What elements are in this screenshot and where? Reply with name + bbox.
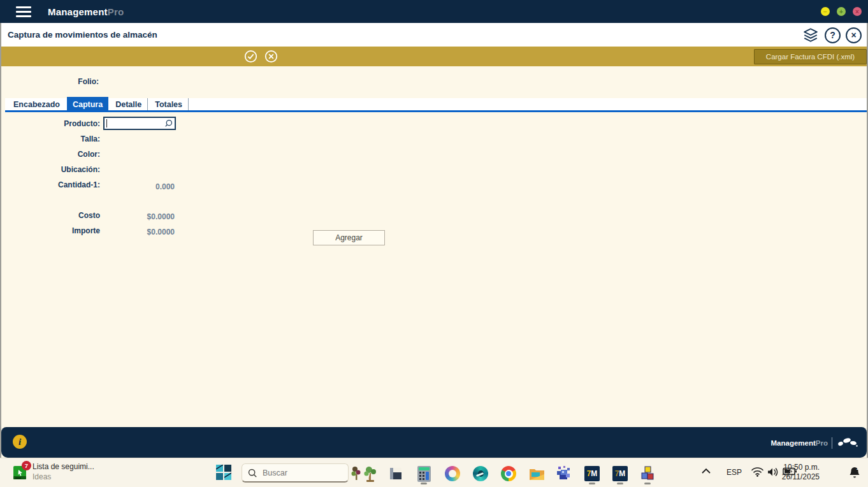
maximize-button[interactable]: + (837, 7, 846, 16)
producto-label: Producto: (1, 119, 100, 128)
color-label: Color: (1, 150, 100, 159)
footer-logo: ManagementPro (771, 435, 858, 451)
search-icon[interactable] (163, 119, 173, 129)
main-content: Folio: Encabezado Captura Detalle Totale… (1, 66, 867, 427)
tab-bar: Encabezado Captura Detalle Totales (5, 98, 867, 112)
tray-date: 26/11/2025 (782, 472, 820, 482)
bell-snooze-icon[interactable]: z (848, 465, 861, 481)
cubes-app-icon[interactable] (638, 463, 657, 484)
page-title: Captura de movimientos de almacén (8, 30, 157, 40)
bonsai-plants-icon[interactable] (349, 463, 379, 484)
calculator-icon[interactable] (414, 463, 433, 484)
app-footer: i ManagementPro (1, 427, 867, 458)
tracking-widget-title: Lista de seguimi... (33, 462, 94, 471)
close-window-icon[interactable]: × (846, 27, 862, 43)
help-icon[interactable]: ? (825, 27, 841, 43)
window-controls: − + × (821, 7, 862, 16)
layers-icon[interactable] (802, 27, 820, 43)
confirm-check-icon[interactable] (244, 50, 257, 63)
costo-value: $0.0000 (103, 212, 175, 221)
wifi-icon[interactable] (751, 467, 764, 479)
folder-icon[interactable] (527, 463, 546, 484)
agregar-button[interactable]: Agregar (313, 230, 385, 245)
notification-badge: 7 (22, 461, 31, 470)
start-button[interactable] (216, 465, 231, 480)
tracking-widget[interactable]: Lista de seguimi... Ideas (33, 462, 94, 481)
footer-logo-text: ManagementPro (771, 439, 828, 447)
search-icon (247, 468, 257, 478)
tab-detalle[interactable]: Detalle (110, 98, 148, 110)
info-icon[interactable]: i (13, 435, 27, 449)
footer-logo-divider (832, 437, 832, 449)
language-indicator[interactable]: ESP (727, 468, 742, 477)
pixel-creature-icon[interactable] (554, 463, 574, 484)
tab-encabezado[interactable]: Encabezado (8, 98, 66, 110)
minimize-button[interactable]: − (821, 7, 830, 16)
volume-icon[interactable] (767, 467, 779, 479)
taskbar: 7 Lista de seguimi... Ideas (0, 458, 868, 487)
importe-value: $0.0000 (103, 228, 175, 236)
app-logo-suffix: Pro (108, 6, 124, 17)
close-dot-button[interactable]: × (853, 7, 862, 16)
cancel-x-icon[interactable] (264, 50, 278, 63)
screen: ManagementPro − + × Captura de movimient… (0, 0, 868, 487)
cantidad-label: Cantidad-1: (1, 180, 100, 189)
load-cfdi-invoice-button[interactable]: Cargar Factura CFDI (.xml) (754, 49, 867, 64)
footer-logo-mark-icon (836, 435, 858, 451)
teal-app-icon[interactable] (471, 463, 490, 484)
tray-time: 10:50 p.m. (782, 463, 820, 472)
app-logo-name: Management (48, 6, 108, 17)
running-indicator (421, 483, 427, 484)
running-indicator (644, 483, 651, 484)
svg-text:z: z (857, 465, 859, 471)
7m-logo: 7M (584, 466, 600, 481)
app-logo: ManagementPro (48, 6, 124, 17)
folio-label: Folio: (1, 77, 99, 86)
tab-totales[interactable]: Totales (149, 98, 189, 110)
tracking-widget-subtitle: Ideas (33, 472, 94, 481)
taskbar-search[interactable] (242, 463, 349, 483)
7m-app-icon-1[interactable]: 7M (582, 463, 602, 484)
talla-label: Talla: (1, 134, 100, 143)
titlebar: Captura de movimientos de almacén ? × (1, 23, 867, 47)
office-365-icon[interactable] (443, 463, 462, 484)
gold-toolbar: Cargar Factura CFDI (.xml) (0, 47, 868, 66)
chrome-icon[interactable] (499, 463, 518, 484)
ubicacion-label: Ubicación: (1, 165, 100, 174)
tab-captura[interactable]: Captura (67, 97, 108, 110)
importe-label: Importe (1, 226, 100, 235)
running-indicator (589, 483, 595, 484)
tray-chevron-up-icon[interactable] (701, 467, 711, 477)
costo-label: Costo (1, 211, 100, 220)
file-explorer-icon[interactable] (386, 463, 405, 484)
hamburger-menu-icon[interactable] (16, 6, 31, 17)
7m-app-icon-2[interactable]: 7M (611, 463, 630, 484)
producto-input[interactable] (107, 119, 163, 128)
cantidad-value: 0.000 (103, 182, 175, 191)
running-indicator (617, 483, 623, 484)
app-navbar: ManagementPro − + × (0, 0, 868, 23)
producto-search-box (103, 117, 176, 130)
titlebar-actions: ? × (802, 27, 862, 43)
7m-logo: 7M (612, 466, 628, 481)
search-input[interactable] (263, 469, 326, 477)
clock[interactable]: 10:50 p.m. 26/11/2025 (782, 463, 820, 482)
